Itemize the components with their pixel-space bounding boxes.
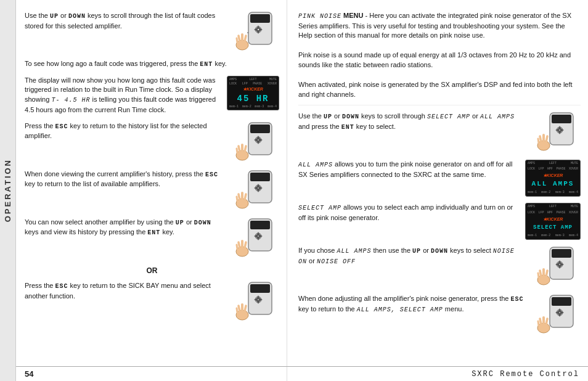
all-amps-ref2: ALL AMPS [337,248,371,255]
device-image-5 [231,281,279,323]
kicker-display-1: AMPSLEFTMUTE LOCKLFPPHASEXOVER ★KICKER 4… [227,76,279,110]
all-amps-text: ALL AMPS allows you to turn the pink noi… [298,160,519,179]
menu-ref: ALL AMPS, SELECT AMP [357,306,443,313]
device-image-3 [231,170,279,211]
kicker-top-3: AMPSLEFTMUTE [528,205,578,209]
svg-rect-39 [250,221,270,229]
all-amps-row: ALL AMPS allows you to turn the pink noi… [298,160,581,197]
sidebar-label: OPERATION [3,158,12,222]
if-chose-text: If you chose ALL AMPS then use the UP or… [298,246,526,266]
svg-line-83 [546,271,547,276]
para3-row: The display will now show you how long a… [25,76,279,115]
done-row: When done adjusting all the amplifier's … [298,294,581,336]
device-image-r1 [533,112,581,154]
para4: Press the ESC key to return to the histo… [25,121,226,141]
svg-rect-87 [552,297,571,306]
para6-text: You can now select another amplifier by … [25,218,226,238]
para4-text: Press the ESC key to return to the histo… [25,121,226,141]
svg-line-37 [237,197,237,201]
hand-device-svg-2 [231,121,279,163]
page-number: 54 [25,369,33,379]
svg-line-60 [239,306,240,311]
hand-device-svg-r1 [533,112,581,154]
para5-text: When done viewing the current amplifier'… [25,170,226,189]
para4-row: Press the ESC key to return to the histo… [25,121,279,163]
right-column: PINK NOISE MENU - Here you can activate … [287,0,588,381]
kicker-all-amps-display: ALL AMPS [528,179,578,189]
footer: 54 SXRC Remote Control [16,366,588,381]
esc-key-r: ESC [511,296,524,303]
para5: When done viewing the current amplifier'… [25,170,226,189]
scroll-para: Use the UP or DOWN keys to scroll throug… [298,112,526,132]
esc-key-3: ESC [55,283,68,290]
para6: You can now select another amplifier by … [25,218,226,238]
svg-line-35 [245,194,246,200]
select-amp-para: SELECT AMP allows you to select each amp… [298,203,519,223]
svg-rect-15 [250,125,270,133]
svg-rect-1 [250,14,270,23]
kicker-bottom-3: mem-1mem-2mem-3mem-4 [528,234,578,238]
hand-device-svg-1: ● [231,11,279,53]
all-amps-para: ALL AMPS allows you to turn the pink noi… [298,160,519,179]
if-chose-para: If you chose ALL AMPS then use the UP or… [298,246,526,266]
para6-row: You can now select another amplifier by … [25,218,279,260]
down-key: DOWN [68,13,86,20]
svg-line-49 [237,245,237,249]
kicker-top-2: AMPSLEFTMUTE [528,162,578,166]
device-image-r3 [533,294,581,336]
or-label: OR [147,266,158,275]
main-content: Use the UP or DOWN keys to scroll throug… [16,0,588,381]
para7-text: Press the ESC key to return to the SICK … [25,281,226,301]
noise-off-label: NOISE OFF [317,258,356,265]
up-key-2: UP [176,219,184,226]
svg-line-10 [245,36,246,41]
svg-line-61 [237,308,237,313]
kicker-logo-1: ★KICKER [229,86,277,92]
kicker-display-select-amp: AMPSLEFTMUTE LOCKLFPHPFPHASEXOVER ★KICKE… [525,203,581,240]
svg-line-48 [239,242,240,248]
hand-device-svg-r3 [533,294,581,336]
para2: To see how long ago a fault code was tri… [25,59,279,70]
menu-word: MENU [343,12,363,19]
esc-key-2: ESC [205,171,218,178]
hand-device-svg-r2 [533,246,581,288]
svg-line-12 [237,38,237,43]
select-amp-row: SELECT AMP allows you to select each amp… [298,203,581,240]
svg-line-24 [239,146,240,152]
done-para: When done adjusting all the amplifier's … [298,294,526,314]
device-image-4 [231,218,279,260]
sidebar: OPERATION [0,0,16,381]
svg-line-71 [546,136,547,142]
svg-line-73 [538,139,539,143]
ent-key-2: ENT [147,229,160,236]
kicker-mid-labels: LOCKLFPPHASEXOVER [229,82,277,86]
svg-line-59 [245,306,246,311]
device-image-2 [231,121,279,163]
kicker-mid-2: LOCKLFPHPFPHASEXOVER [528,167,578,171]
kicker-hr-display: 45 HR [229,92,277,105]
svg-text:●: ● [257,27,259,31]
ent-key: ENT [200,61,213,68]
scroll-section-text: Use the UP or DOWN keys to scroll throug… [298,112,526,132]
done-text: When done adjusting all the amplifier's … [298,294,526,314]
all-amps-ref: ALL AMPS [480,113,515,120]
svg-line-84 [540,271,541,276]
kicker-logo-2: ★KICKER [528,173,578,179]
down-key-2: DOWN [194,219,211,226]
para3: The display will now show you how long a… [25,76,222,115]
svg-line-97 [538,321,539,326]
all-amps-label: ALL AMPS [298,162,333,168]
up-key-r2: UP [412,248,421,255]
select-amp-ref: SELECT AMP [427,113,470,120]
hand-device-svg-4 [231,218,279,260]
para3-text: The display will now show you how long a… [25,76,222,115]
up-key: UP [50,13,59,20]
kicker-logo-3: ★KICKER [528,216,578,223]
svg-rect-75 [552,249,571,258]
svg-line-95 [546,319,547,324]
para1-row: Use the UP or DOWN keys to scroll throug… [25,11,279,53]
svg-line-36 [239,194,240,200]
kicker-bottom-labels: mem-1mem-2mem-3mem-4 [229,105,277,109]
svg-rect-51 [250,284,270,293]
ent-key-r: ENT [341,124,354,131]
